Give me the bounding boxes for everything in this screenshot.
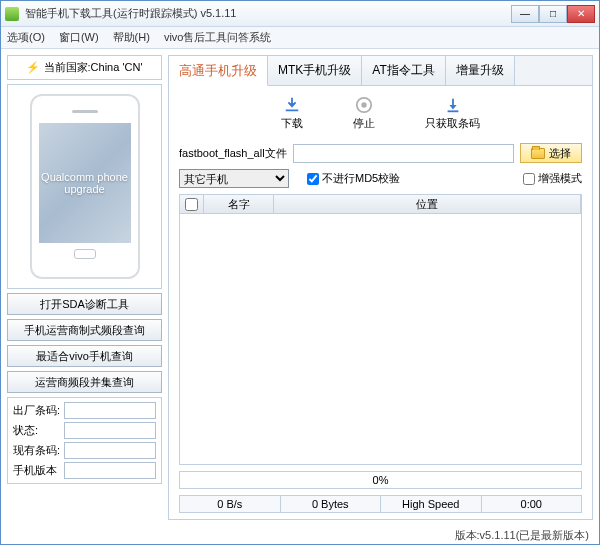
- th-location[interactable]: 位置: [274, 195, 581, 213]
- phone-preview: Qualcomm phone upgrade: [7, 84, 162, 289]
- tab-qualcomm[interactable]: 高通手机升级: [169, 56, 268, 86]
- device-type-select[interactable]: 其它手机: [179, 169, 289, 188]
- progress-text: 0%: [373, 474, 389, 486]
- content: ⚡ 当前国家:China 'CN' Qualcomm phone upgrade…: [1, 49, 599, 526]
- current-barcode-input[interactable]: [64, 442, 156, 459]
- country-box: ⚡ 当前国家:China 'CN': [7, 55, 162, 80]
- download-label: 下载: [281, 116, 303, 131]
- file-label: fastboot_flash_all文件: [179, 146, 287, 161]
- maximize-button[interactable]: □: [539, 5, 567, 23]
- menu-options[interactable]: 选项(O): [7, 30, 45, 45]
- current-barcode-label: 现有条码:: [13, 443, 60, 458]
- file-table: 名字 位置: [179, 194, 582, 465]
- barcode-icon: [444, 96, 462, 114]
- file-row: fastboot_flash_all文件 选择: [179, 143, 582, 163]
- stop-action[interactable]: 停止: [353, 96, 375, 131]
- download-action[interactable]: 下载: [281, 96, 303, 131]
- factory-barcode-input[interactable]: [64, 402, 156, 419]
- status1-input[interactable]: [64, 422, 156, 439]
- status-bytes: 0 Bytes: [281, 496, 382, 512]
- enhanced-checkbox-wrap[interactable]: 增强模式: [523, 171, 582, 186]
- tab-bar: 高通手机升级 MTK手机升级 AT指令工具 增量升级: [169, 56, 592, 86]
- carrier-query-button[interactable]: 手机运营商制式频段查询: [7, 319, 162, 341]
- th-checkbox[interactable]: [180, 195, 204, 213]
- folder-icon: [531, 148, 545, 159]
- phone-speaker-icon: [72, 110, 98, 113]
- sda-diagnostic-button[interactable]: 打开SDA诊断工具: [7, 293, 162, 315]
- country-label: 当前国家:China 'CN': [44, 61, 143, 73]
- svg-rect-4: [447, 110, 458, 112]
- tab-body: 下载 停止 只获取条码 fastboot_flash_all文件: [169, 86, 592, 519]
- stop-label: 停止: [353, 116, 375, 131]
- footer: 版本:v5.1.11(已是最新版本): [1, 526, 599, 544]
- table-header: 名字 位置: [179, 194, 582, 214]
- select-file-button[interactable]: 选择: [520, 143, 582, 163]
- stop-icon: [355, 96, 373, 114]
- md5-checkbox-wrap[interactable]: 不进行MD5校验: [307, 171, 400, 186]
- barcode-only-action[interactable]: 只获取条码: [425, 96, 480, 131]
- phone-version-input[interactable]: [64, 462, 156, 479]
- tab-at[interactable]: AT指令工具: [362, 56, 445, 85]
- menu-window[interactable]: 窗口(W): [59, 30, 99, 45]
- enhanced-checkbox[interactable]: [523, 173, 535, 185]
- close-button[interactable]: ✕: [567, 5, 595, 23]
- menu-help[interactable]: 帮助(H): [113, 30, 150, 45]
- vivo-query-button[interactable]: 最适合vivo手机查询: [7, 345, 162, 367]
- svg-marker-3: [449, 105, 456, 110]
- md5-checkbox[interactable]: [307, 173, 319, 185]
- status-speed: 0 B/s: [180, 496, 281, 512]
- app-window: 智能手机下载工具(运行时跟踪模式) v5.1.11 — □ ✕ 选项(O) 窗口…: [0, 0, 600, 545]
- window-title: 智能手机下载工具(运行时跟踪模式) v5.1.11: [25, 6, 511, 21]
- freq-union-button[interactable]: 运营商频段并集查询: [7, 371, 162, 393]
- titlebar: 智能手机下载工具(运行时跟踪模式) v5.1.11 — □ ✕: [1, 1, 599, 27]
- menu-vivo[interactable]: vivo售后工具问答系统: [164, 30, 272, 45]
- select-label: 选择: [549, 146, 571, 161]
- phone-screen: Qualcomm phone upgrade: [39, 123, 131, 243]
- factory-barcode-label: 出厂条码:: [13, 403, 60, 418]
- status-mode: High Speed: [381, 496, 482, 512]
- svg-marker-0: [288, 103, 295, 108]
- svg-point-2: [361, 102, 366, 107]
- phone-version-label: 手机版本: [13, 463, 60, 478]
- status1-label: 状态:: [13, 423, 60, 438]
- menubar: 选项(O) 窗口(W) 帮助(H) vivo售后工具问答系统: [1, 27, 599, 49]
- status-bar: 0 B/s 0 Bytes High Speed 0:00: [179, 495, 582, 513]
- progress-bar: 0%: [179, 471, 582, 489]
- options-row: 其它手机 不进行MD5校验 增强模式: [179, 169, 582, 188]
- file-path-input[interactable]: [293, 144, 514, 163]
- tab-incremental[interactable]: 增量升级: [446, 56, 515, 85]
- md5-label: 不进行MD5校验: [322, 171, 400, 186]
- table-body[interactable]: [179, 214, 582, 465]
- status-time: 0:00: [482, 496, 582, 512]
- barcode-only-label: 只获取条码: [425, 116, 480, 131]
- phone-home-icon: [74, 249, 96, 259]
- minimize-button[interactable]: —: [511, 5, 539, 23]
- th-name[interactable]: 名字: [204, 195, 274, 213]
- action-row: 下载 停止 只获取条码: [179, 94, 582, 137]
- app-icon: [5, 7, 19, 21]
- enhanced-label: 增强模式: [538, 171, 582, 186]
- left-column: ⚡ 当前国家:China 'CN' Qualcomm phone upgrade…: [7, 55, 162, 520]
- barcode-form: 出厂条码: 状态: 现有条码: 手机版本: [7, 397, 162, 484]
- tab-mtk[interactable]: MTK手机升级: [268, 56, 362, 85]
- download-icon: [283, 96, 301, 114]
- right-column: 高通手机升级 MTK手机升级 AT指令工具 增量升级 下载 停止: [168, 55, 593, 520]
- version-label: 版本:v5.1.11(已是最新版本): [455, 529, 589, 541]
- phone-frame: Qualcomm phone upgrade: [30, 94, 140, 279]
- select-all-checkbox[interactable]: [185, 198, 198, 211]
- window-controls: — □ ✕: [511, 5, 595, 23]
